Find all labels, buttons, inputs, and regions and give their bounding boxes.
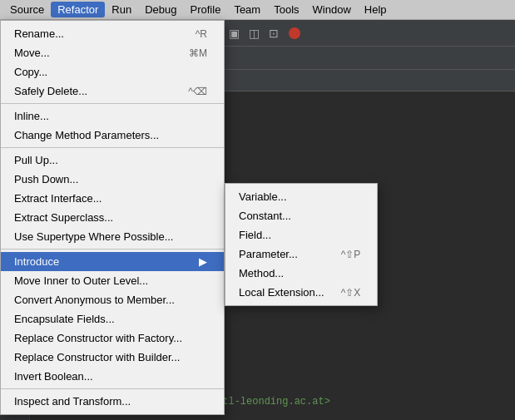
menubar: Source Refactor Run Debug Profile Team T… xyxy=(0,0,515,20)
menu-rename[interactable]: Rename... ^R xyxy=(1,24,224,43)
menu-extract-interface[interactable]: Extract Interface... xyxy=(1,189,224,208)
menu-refactor[interactable]: Refactor xyxy=(51,2,105,17)
submenu-local-extension[interactable]: Local Extension... ^⇧X xyxy=(225,283,377,302)
menu-window[interactable]: Window xyxy=(306,2,358,17)
menu-help[interactable]: Help xyxy=(358,2,394,17)
toolbar-icon-9[interactable]: ◫ xyxy=(245,25,262,42)
stop-button[interactable] xyxy=(289,27,300,39)
introduce-submenu: Variable... Constant... Field... Paramet… xyxy=(225,183,378,306)
submenu-parameter[interactable]: Parameter... ^⇧P xyxy=(225,245,377,264)
submenu-constant[interactable]: Constant... xyxy=(225,206,377,225)
separator-2 xyxy=(1,147,224,148)
menu-debug[interactable]: Debug xyxy=(138,2,183,17)
menu-inline[interactable]: Inline... xyxy=(1,106,224,126)
refactor-menu: Rename... ^R Move... ⌘M Copy... Safely D… xyxy=(0,20,225,415)
menu-replace-builder[interactable]: Replace Constructor with Builder... xyxy=(1,348,224,367)
separator-3 xyxy=(1,249,224,250)
refactor-dropdown: Rename... ^R Move... ⌘M Copy... Safely D… xyxy=(0,20,225,415)
menu-encapsulate-fields[interactable]: Encapsulate Fields... xyxy=(1,309,224,329)
menu-team[interactable]: Team xyxy=(227,2,267,17)
separator-1 xyxy=(1,103,224,104)
menu-inspect-transform[interactable]: Inspect and Transform... xyxy=(1,392,224,411)
menu-use-supertype[interactable]: Use Supertype Where Possible... xyxy=(1,227,224,246)
menu-push-down[interactable]: Push Down... xyxy=(1,170,224,189)
menu-safely-delete[interactable]: Safely Delete... ^⌫ xyxy=(1,82,224,101)
menu-convert-anonymous[interactable]: Convert Anonymous to Member... xyxy=(1,290,224,309)
menu-introduce[interactable]: Introduce ▶ xyxy=(1,252,224,271)
menu-source[interactable]: Source xyxy=(3,2,51,17)
menu-move[interactable]: Move... ⌘M xyxy=(1,43,224,62)
submenu-method[interactable]: Method... xyxy=(225,264,377,283)
menu-invert-boolean[interactable]: Invert Boolean... xyxy=(1,367,224,386)
menu-pull-up[interactable]: Pull Up... xyxy=(1,151,224,170)
toolbar-icon-10[interactable]: ⊡ xyxy=(265,25,282,42)
toolbar-icon-8[interactable]: ▣ xyxy=(225,25,242,42)
menu-profile[interactable]: Profile xyxy=(184,2,228,17)
submenu-field[interactable]: Field... xyxy=(225,225,377,245)
menu-run[interactable]: Run xyxy=(105,2,138,17)
menu-copy[interactable]: Copy... xyxy=(1,62,224,82)
separator-4 xyxy=(1,388,224,389)
submenu-variable[interactable]: Variable... xyxy=(225,187,377,206)
menu-tools[interactable]: Tools xyxy=(267,2,305,17)
menu-move-inner[interactable]: Move Inner to Outer Level... xyxy=(1,271,224,290)
menu-change-method[interactable]: Change Method Parameters... xyxy=(1,126,224,145)
menu-replace-factory[interactable]: Replace Constructor with Factory... xyxy=(1,329,224,348)
menu-extract-superclass[interactable]: Extract Superclass... xyxy=(1,208,224,227)
